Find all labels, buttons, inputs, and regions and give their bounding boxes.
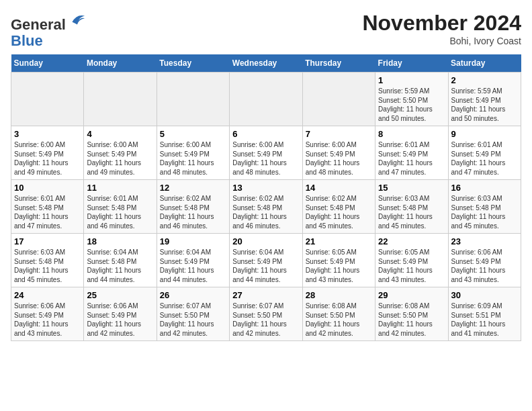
calendar-cell: 16Sunrise: 6:03 AM Sunset: 5:48 PM Dayli…	[448, 180, 521, 234]
logo-general: General	[11, 16, 66, 33]
day-info: Sunrise: 6:03 AM Sunset: 5:48 PM Dayligh…	[451, 194, 518, 230]
calendar-cell: 18Sunrise: 6:04 AM Sunset: 5:48 PM Dayli…	[84, 234, 157, 287]
day-info: Sunrise: 6:00 AM Sunset: 5:49 PM Dayligh…	[232, 140, 299, 177]
calendar-cell: 4Sunrise: 6:00 AM Sunset: 5:49 PM Daylig…	[84, 126, 157, 180]
calendar-cell: 12Sunrise: 6:02 AM Sunset: 5:48 PM Dayli…	[157, 180, 229, 234]
calendar-cell: 11Sunrise: 6:01 AM Sunset: 5:48 PM Dayli…	[84, 180, 157, 234]
calendar-cell: 22Sunrise: 6:05 AM Sunset: 5:49 PM Dayli…	[375, 234, 448, 287]
calendar-cell	[84, 73, 157, 126]
weekday-header-friday: Friday	[375, 54, 448, 73]
calendar-week-4: 17Sunrise: 6:03 AM Sunset: 5:48 PM Dayli…	[11, 234, 521, 287]
calendar-cell: 13Sunrise: 6:02 AM Sunset: 5:48 PM Dayli…	[230, 180, 302, 234]
day-number: 4	[87, 129, 153, 139]
day-number: 3	[14, 129, 81, 139]
day-info: Sunrise: 6:06 AM Sunset: 5:49 PM Dayligh…	[451, 248, 518, 284]
calendar-cell	[230, 73, 302, 126]
weekday-header-monday: Monday	[84, 54, 157, 73]
calendar-cell: 23Sunrise: 6:06 AM Sunset: 5:49 PM Dayli…	[448, 234, 521, 287]
day-info: Sunrise: 6:06 AM Sunset: 5:49 PM Dayligh…	[14, 302, 81, 338]
calendar-cell: 20Sunrise: 6:04 AM Sunset: 5:49 PM Dayli…	[230, 234, 302, 287]
day-number: 2	[451, 75, 518, 85]
calendar-cell: 27Sunrise: 6:07 AM Sunset: 5:50 PM Dayli…	[230, 287, 302, 341]
day-info: Sunrise: 5:59 AM Sunset: 5:49 PM Dayligh…	[451, 87, 518, 123]
day-info: Sunrise: 6:00 AM Sunset: 5:49 PM Dayligh…	[306, 140, 372, 177]
calendar-week-1: 1Sunrise: 5:59 AM Sunset: 5:50 PM Daylig…	[11, 73, 521, 126]
day-info: Sunrise: 6:01 AM Sunset: 5:49 PM Dayligh…	[378, 140, 445, 177]
day-info: Sunrise: 6:03 AM Sunset: 5:48 PM Dayligh…	[14, 248, 81, 284]
day-info: Sunrise: 6:07 AM Sunset: 5:50 PM Dayligh…	[160, 302, 226, 338]
day-number: 11	[87, 183, 153, 193]
day-info: Sunrise: 6:01 AM Sunset: 5:48 PM Dayligh…	[14, 194, 81, 230]
calendar-cell: 5Sunrise: 6:00 AM Sunset: 5:49 PM Daylig…	[157, 126, 229, 180]
day-info: Sunrise: 6:04 AM Sunset: 5:48 PM Dayligh…	[87, 248, 153, 284]
day-info: Sunrise: 6:09 AM Sunset: 5:51 PM Dayligh…	[451, 302, 518, 338]
calendar-cell: 14Sunrise: 6:02 AM Sunset: 5:48 PM Dayli…	[302, 180, 375, 234]
calendar-week-5: 24Sunrise: 6:06 AM Sunset: 5:49 PM Dayli…	[11, 287, 521, 341]
weekday-header-wednesday: Wednesday	[230, 54, 302, 73]
day-number: 28	[306, 290, 372, 300]
weekday-header-tuesday: Tuesday	[157, 54, 229, 73]
calendar-cell: 2Sunrise: 5:59 AM Sunset: 5:49 PM Daylig…	[448, 73, 521, 126]
calendar-cell	[302, 73, 375, 126]
day-number: 15	[378, 183, 445, 193]
logo-bird-icon	[67, 11, 86, 30]
day-number: 24	[14, 290, 81, 300]
day-number: 26	[160, 290, 226, 300]
day-info: Sunrise: 6:00 AM Sunset: 5:49 PM Dayligh…	[14, 140, 81, 177]
day-info: Sunrise: 6:08 AM Sunset: 5:50 PM Dayligh…	[378, 302, 445, 338]
calendar-week-3: 10Sunrise: 6:01 AM Sunset: 5:48 PM Dayli…	[11, 180, 521, 234]
calendar-cell: 30Sunrise: 6:09 AM Sunset: 5:51 PM Dayli…	[448, 287, 521, 341]
calendar-cell: 15Sunrise: 6:03 AM Sunset: 5:48 PM Dayli…	[375, 180, 448, 234]
day-info: Sunrise: 6:02 AM Sunset: 5:48 PM Dayligh…	[160, 194, 226, 230]
calendar-cell: 17Sunrise: 6:03 AM Sunset: 5:48 PM Dayli…	[11, 234, 84, 287]
calendar-cell: 3Sunrise: 6:00 AM Sunset: 5:49 PM Daylig…	[11, 126, 84, 180]
day-number: 16	[451, 183, 518, 193]
month-title: November 2024	[362, 11, 521, 36]
logo-blue: Blue	[11, 32, 43, 49]
calendar-body: 1Sunrise: 5:59 AM Sunset: 5:50 PM Daylig…	[11, 73, 521, 341]
day-number: 21	[306, 236, 372, 246]
page-header: General Blue November 2024 Bohi, Ivory C…	[11, 11, 521, 49]
calendar-cell: 10Sunrise: 6:01 AM Sunset: 5:48 PM Dayli…	[11, 180, 84, 234]
day-number: 8	[378, 129, 445, 139]
day-number: 29	[378, 290, 445, 300]
day-number: 17	[14, 236, 81, 246]
calendar-week-2: 3Sunrise: 6:00 AM Sunset: 5:49 PM Daylig…	[11, 126, 521, 180]
calendar-cell: 8Sunrise: 6:01 AM Sunset: 5:49 PM Daylig…	[375, 126, 448, 180]
day-info: Sunrise: 6:00 AM Sunset: 5:49 PM Dayligh…	[160, 140, 226, 177]
day-number: 1	[378, 75, 445, 85]
day-number: 23	[451, 236, 518, 246]
day-info: Sunrise: 6:01 AM Sunset: 5:49 PM Dayligh…	[451, 140, 518, 177]
day-info: Sunrise: 6:06 AM Sunset: 5:49 PM Dayligh…	[87, 302, 153, 338]
calendar-cell: 24Sunrise: 6:06 AM Sunset: 5:49 PM Dayli…	[11, 287, 84, 341]
weekday-header-row: SundayMondayTuesdayWednesdayThursdayFrid…	[11, 54, 521, 73]
calendar-cell: 26Sunrise: 6:07 AM Sunset: 5:50 PM Dayli…	[157, 287, 229, 341]
day-number: 7	[306, 129, 372, 139]
location: Bohi, Ivory Coast	[362, 36, 521, 46]
calendar-cell: 1Sunrise: 5:59 AM Sunset: 5:50 PM Daylig…	[375, 73, 448, 126]
day-number: 9	[451, 129, 518, 139]
day-number: 10	[14, 183, 81, 193]
day-info: Sunrise: 6:07 AM Sunset: 5:50 PM Dayligh…	[232, 302, 299, 338]
day-number: 25	[87, 290, 153, 300]
day-info: Sunrise: 6:00 AM Sunset: 5:49 PM Dayligh…	[87, 140, 153, 177]
calendar-cell: 28Sunrise: 6:08 AM Sunset: 5:50 PM Dayli…	[302, 287, 375, 341]
title-area: November 2024 Bohi, Ivory Coast	[362, 11, 521, 46]
calendar-table: SundayMondayTuesdayWednesdayThursdayFrid…	[11, 54, 521, 341]
weekday-header-sunday: Sunday	[11, 54, 84, 73]
calendar-cell: 6Sunrise: 6:00 AM Sunset: 5:49 PM Daylig…	[230, 126, 302, 180]
day-number: 14	[306, 183, 372, 193]
weekday-header-thursday: Thursday	[302, 54, 375, 73]
day-info: Sunrise: 6:04 AM Sunset: 5:49 PM Dayligh…	[160, 248, 226, 284]
day-number: 30	[451, 290, 518, 300]
calendar-cell: 21Sunrise: 6:05 AM Sunset: 5:49 PM Dayli…	[302, 234, 375, 287]
day-number: 22	[378, 236, 445, 246]
weekday-header-saturday: Saturday	[448, 54, 521, 73]
day-info: Sunrise: 6:08 AM Sunset: 5:50 PM Dayligh…	[306, 302, 372, 338]
day-number: 12	[160, 183, 226, 193]
day-number: 20	[232, 236, 299, 246]
day-number: 5	[160, 129, 226, 139]
day-info: Sunrise: 5:59 AM Sunset: 5:50 PM Dayligh…	[378, 87, 445, 123]
calendar-cell	[157, 73, 229, 126]
day-info: Sunrise: 6:05 AM Sunset: 5:49 PM Dayligh…	[306, 248, 372, 284]
